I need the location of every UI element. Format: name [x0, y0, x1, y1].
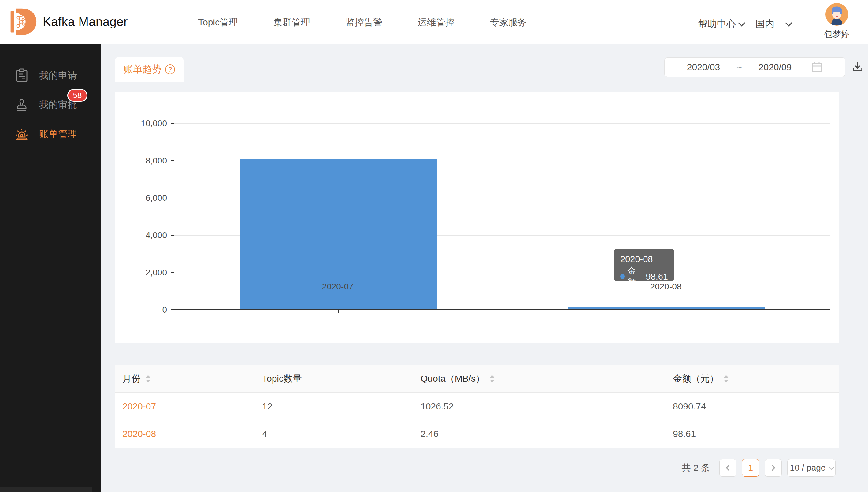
- bar-chart-plot-area[interactable]: 2020-08 金额: 98.61: [174, 123, 830, 310]
- total-count: 共 2 条: [682, 462, 710, 474]
- sort-icon[interactable]: [490, 375, 495, 383]
- page-size-value: 10 / page: [790, 463, 826, 473]
- nav-cluster[interactable]: 集群管理: [274, 16, 310, 29]
- y-tick-label: 4,000: [115, 230, 167, 240]
- bar-2020-08[interactable]: [568, 308, 765, 309]
- tab-bill-trend[interactable]: 账单趋势 ?: [115, 57, 184, 81]
- sidebar-item-my-approvals[interactable]: 我的审批 58: [0, 90, 101, 120]
- y-axis-tick: [171, 309, 174, 310]
- app-title: Kafka Manager: [43, 15, 128, 29]
- y-tick-label: 8,000: [115, 156, 167, 166]
- sort-icon[interactable]: [146, 375, 150, 383]
- column-header-month[interactable]: 月份: [122, 372, 262, 385]
- column-header-amount[interactable]: 金额（元）: [673, 372, 839, 385]
- x-tick-label-2020-07: 2020-07: [292, 282, 383, 292]
- user-name: 包梦婷: [824, 28, 850, 40]
- pagination: 共 2 条 1 10 / page: [115, 459, 836, 477]
- download-button[interactable]: [851, 60, 864, 74]
- chevron-right-icon: [769, 465, 775, 471]
- billing-table: 月份 Topic数量 Quota（MB/s） 金额（元） 2020-07 12 …: [115, 365, 839, 448]
- sidebar-item-billing[interactable]: 账单管理: [0, 120, 101, 149]
- region-label: 国内: [755, 18, 774, 30]
- topics-value: 12: [262, 401, 421, 412]
- y-axis-labels: 10,000 8,000 6,000 4,000 2,000 0: [115, 123, 167, 310]
- table-header-row: 月份 Topic数量 Quota（MB/s） 金额（元）: [115, 365, 839, 393]
- tooltip-series-label: 金额:: [628, 265, 643, 288]
- y-tick-label: 10,000: [115, 119, 167, 128]
- gridline: [174, 123, 830, 124]
- table-row: 2020-08 4 2.46 98.61: [115, 420, 839, 448]
- page-size-select[interactable]: 10 / page: [787, 459, 836, 477]
- main-nav: Topic管理 集群管理 监控告警 运维管控 专家服务: [198, 0, 527, 45]
- date-separator: ~: [736, 62, 742, 72]
- chevron-down-icon: [829, 465, 835, 470]
- column-header-label: 月份: [122, 372, 141, 385]
- sidebar-item-label: 账单管理: [39, 128, 77, 141]
- app-logo-icon[interactable]: [8, 7, 37, 36]
- month-link[interactable]: 2020-08: [122, 429, 262, 439]
- nav-monitor[interactable]: 监控告警: [346, 16, 382, 29]
- date-start-value[interactable]: 2020/03: [687, 62, 720, 72]
- x-axis-tick: [666, 310, 666, 313]
- top-header: Kafka Manager Topic管理 集群管理 监控告警 运维管控 专家服…: [0, 0, 868, 44]
- column-header-quota[interactable]: Quota（MB/s）: [421, 372, 673, 385]
- help-center-menu[interactable]: 帮助中心: [698, 18, 743, 30]
- user-menu[interactable]: 包梦婷: [824, 3, 850, 40]
- month-link[interactable]: 2020-07: [122, 401, 262, 412]
- column-header-topics: Topic数量: [262, 372, 421, 385]
- page-1-button[interactable]: 1: [742, 459, 759, 477]
- y-axis-tick: [171, 161, 174, 161]
- series-dot-icon: [620, 274, 625, 279]
- sidebar-collapse-strip[interactable]: [0, 487, 92, 492]
- download-icon: [851, 60, 864, 74]
- sidebar-item-my-applications[interactable]: 我的申请: [0, 61, 101, 90]
- nav-expert[interactable]: 专家服务: [490, 16, 527, 29]
- chevron-left-icon: [726, 465, 732, 471]
- sidebar: 我的申请 我的审批 58: [0, 44, 101, 492]
- avatar: [825, 3, 848, 26]
- date-end-value[interactable]: 2020/09: [758, 62, 792, 72]
- question-circle-icon[interactable]: ?: [165, 65, 175, 74]
- x-axis-tick: [338, 310, 338, 313]
- bill-trend-chart-panel: 10,000 8,000 6,000 4,000 2,000 0: [115, 92, 839, 343]
- column-header-label: Quota（MB/s）: [421, 372, 485, 385]
- table-row: 2020-07 12 1026.52 8090.74: [115, 393, 839, 420]
- next-page-button[interactable]: [765, 459, 782, 477]
- quota-value: 2.46: [421, 429, 673, 439]
- column-header-label: 金额（元）: [673, 372, 719, 385]
- tab-bill-trend-label: 账单趋势: [123, 63, 162, 76]
- y-axis-tick: [171, 123, 174, 124]
- tooltip-value: 98.61: [646, 271, 668, 282]
- quota-value: 1026.52: [421, 401, 673, 412]
- nav-topic[interactable]: Topic管理: [198, 16, 238, 29]
- topics-value: 4: [262, 429, 421, 439]
- y-axis-tick: [171, 272, 174, 273]
- y-axis-tick: [171, 235, 174, 236]
- y-tick-label: 6,000: [115, 193, 167, 203]
- y-tick-label: 2,000: [115, 268, 167, 277]
- sidebar-item-label: 我的申请: [39, 69, 77, 82]
- amount-value: 98.61: [673, 429, 839, 439]
- y-tick-label: 0: [115, 305, 167, 315]
- help-center-label: 帮助中心: [698, 18, 736, 30]
- region-menu[interactable]: 国内: [755, 18, 790, 30]
- date-range-picker[interactable]: 2020/03 ~ 2020/09: [664, 57, 845, 77]
- approvals-count-badge: 58: [67, 89, 88, 102]
- tooltip-title: 2020-08: [620, 253, 668, 265]
- alarm-icon: [15, 127, 29, 141]
- clipboard-icon: [15, 69, 29, 82]
- column-header-label: Topic数量: [262, 372, 302, 385]
- y-axis-tick: [171, 198, 174, 198]
- amount-value: 8090.74: [673, 401, 839, 412]
- chart-tooltip: 2020-08 金额: 98.61: [614, 249, 674, 281]
- chevron-down-icon: [738, 20, 745, 27]
- chevron-down-icon: [785, 20, 793, 27]
- stamp-icon: [15, 98, 29, 112]
- main-content: 账单趋势 ? 2020/03 ~ 2020/09: [101, 44, 868, 492]
- sort-icon[interactable]: [724, 375, 729, 383]
- nav-ops[interactable]: 运维管控: [418, 16, 454, 29]
- prev-page-button[interactable]: [719, 459, 736, 477]
- toolbar-row: 账单趋势 ? 2020/03 ~ 2020/09: [101, 44, 868, 92]
- calendar-icon: [811, 62, 823, 73]
